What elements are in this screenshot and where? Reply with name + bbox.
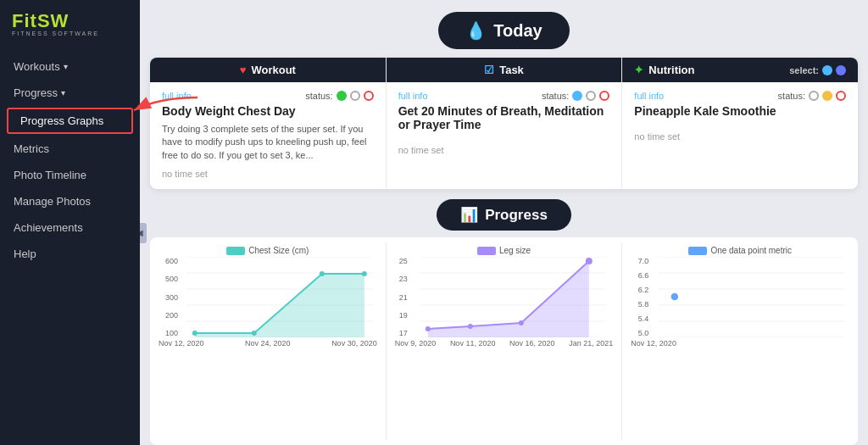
leg-x-axis: Nov 9, 2020 Nov 11, 2020 Nov 16, 2020 Ja…: [393, 339, 615, 348]
workout-status: status:: [305, 91, 373, 101]
sidebar-item-progress-graphs[interactable]: Progress Graphs: [7, 108, 133, 134]
task-header-label: Task: [499, 64, 524, 76]
main-content: ◀ 💧 Today ♥ Workout full info status:: [140, 0, 868, 445]
workout-dot-outline: [350, 91, 360, 101]
leg-legend-box: [477, 247, 496, 255]
leg-chart-svg: [410, 257, 615, 337]
progress-bar-icon: 📊: [460, 206, 478, 224]
metrics-label: Metrics: [14, 142, 49, 155]
progress-header: 📊 Progress: [140, 189, 868, 237]
cards-row: ♥ Workout full info status: Body Weight …: [150, 58, 858, 189]
chest-x-axis: Nov 12, 2020 Nov 24, 2020 Nov 30, 2020: [157, 339, 379, 348]
svg-point-8: [192, 331, 198, 336]
logo-fit: Fit: [12, 10, 37, 31]
nutrition-select-label: select:: [789, 65, 819, 75]
today-button[interactable]: 💧 Today: [438, 12, 569, 49]
sidebar-nav: Workouts ▾ Progress ▾ Progress Graphs Me…: [0, 45, 140, 275]
odp-legend-box: [688, 247, 707, 255]
workouts-label: Workouts: [14, 60, 60, 73]
chart-chest-size: Chest Size (cm) 600 500 300 200 100: [150, 242, 387, 440]
svg-marker-18: [428, 261, 589, 337]
progress-label: Progress: [14, 86, 58, 99]
svg-point-22: [586, 258, 593, 264]
workout-card-header: ♥ Workout: [150, 58, 386, 82]
task-status-label: status:: [542, 91, 569, 101]
workout-full-info[interactable]: full info: [162, 91, 192, 101]
nutrition-no-time: no time set: [634, 131, 846, 142]
chart-leg-size: Leg size 25 23 21 19 17: [387, 242, 623, 440]
task-no-time: no time set: [398, 145, 610, 155]
nutrition-card-header: ✦ Nutrition select:: [622, 58, 858, 82]
task-status: status:: [542, 91, 609, 101]
workout-desc: Try doing 3 complete sets of the super s…: [162, 123, 374, 162]
svg-point-10: [320, 271, 325, 276]
progress-arrow-icon: ▾: [61, 88, 65, 97]
task-dot-blue: [572, 91, 582, 101]
sidebar-item-manage-photos[interactable]: Manage Photos: [0, 188, 140, 214]
sidebar-item-progress[interactable]: Progress ▾: [0, 80, 140, 106]
nutrition-status-label: status:: [778, 91, 805, 101]
workouts-arrow-icon: ▾: [64, 62, 68, 71]
nutrition-select-dot-blue[interactable]: [822, 65, 832, 75]
odp-y-axis: 7.0 6.6 6.2 5.8 5.4 5.0: [629, 257, 651, 337]
svg-point-11: [362, 271, 367, 276]
odp-legend: One data point metric: [629, 246, 851, 255]
nutrition-status: status:: [778, 91, 846, 101]
leg-legend: Leg size: [393, 246, 615, 255]
nutrition-dot-yellow: [822, 91, 832, 101]
workout-card: ♥ Workout full info status: Body Weight …: [150, 58, 387, 189]
collapse-toggle[interactable]: ◀: [140, 223, 147, 243]
logo-tagline: FITNESS SOFTWARE: [12, 31, 128, 36]
task-dot-red: [599, 91, 609, 101]
workout-no-time: no time set: [162, 169, 374, 179]
heart-icon: ♥: [240, 64, 247, 76]
task-icon: ☑: [484, 64, 494, 76]
odp-x-axis: Nov 12, 2020: [629, 339, 851, 348]
task-full-info[interactable]: full info: [398, 91, 428, 101]
manage-photos-label: Manage Photos: [14, 195, 91, 208]
task-card-header: ☑ Task: [387, 58, 622, 82]
chest-legend: Chest Size (cm): [157, 246, 379, 255]
svg-point-29: [670, 292, 679, 301]
chart-one-data-point: One data point metric 7.0 6.6 6.2 5.8 5.…: [622, 242, 858, 440]
achievements-label: Achievements: [14, 221, 83, 234]
nutrition-select-dot-purple[interactable]: [836, 65, 846, 75]
progress-button[interactable]: 📊 Progress: [437, 199, 571, 231]
task-card: ☑ Task full info status: Get 20 Minutes …: [387, 58, 623, 189]
logo-sw: SW: [37, 10, 69, 31]
today-label: Today: [493, 21, 542, 41]
leg-legend-label: Leg size: [499, 246, 531, 255]
chest-y-axis: 600 500 300 200 100: [157, 257, 181, 337]
nutrition-select-row: select:: [789, 65, 846, 75]
leg-y-axis: 25 23 21 19 17: [393, 257, 410, 337]
odp-legend-label: One data point metric: [710, 246, 792, 255]
charts-row: Chest Size (cm) 600 500 300 200 100: [150, 237, 858, 445]
nutrition-title: Pineapple Kale Smoothie: [634, 104, 846, 118]
sidebar-item-workouts[interactable]: Workouts ▾: [0, 53, 140, 80]
workout-dot-red: [364, 91, 374, 101]
today-header: 💧 Today: [140, 0, 868, 58]
logo: FitSW: [12, 10, 128, 32]
nutrition-full-info[interactable]: full info: [634, 91, 664, 101]
svg-point-19: [426, 326, 431, 331]
progress-graphs-label: Progress Graphs: [20, 114, 103, 127]
sidebar-item-achievements[interactable]: Achievements: [0, 214, 140, 241]
sidebar-item-photo-timeline[interactable]: Photo Timeline: [0, 162, 140, 188]
progress-label: Progress: [485, 207, 548, 224]
odp-chart-svg: [651, 257, 851, 337]
chest-chart-svg: [181, 257, 379, 337]
logo-area: FitSW FITNESS SOFTWARE: [0, 0, 140, 45]
workout-header-label: Workout: [251, 64, 295, 76]
help-label: Help: [14, 248, 36, 260]
nutrition-header-label: Nutrition: [648, 64, 694, 76]
sidebar: FitSW FITNESS SOFTWARE Workouts ▾ Progre…: [0, 0, 140, 445]
nutrition-card: ✦ Nutrition select: full info status:: [622, 58, 858, 189]
workout-dot-green: [337, 91, 347, 101]
nutrition-dot-outline1: [809, 91, 819, 101]
nutrition-meta: full info status:: [634, 91, 846, 101]
today-icon: 💧: [465, 20, 487, 41]
svg-point-9: [252, 331, 257, 336]
sidebar-item-help[interactable]: Help: [0, 241, 140, 267]
workout-meta: full info status:: [162, 91, 374, 101]
sidebar-item-metrics[interactable]: Metrics: [0, 136, 140, 162]
